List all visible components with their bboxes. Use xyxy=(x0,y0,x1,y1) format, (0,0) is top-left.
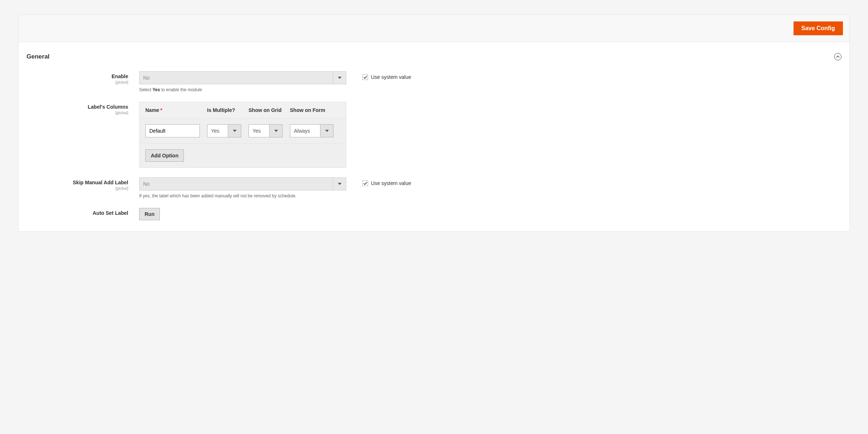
show-on-grid-select[interactable]: Yes xyxy=(249,124,283,137)
skip-manual-label: Skip Manual Add Label xyxy=(73,180,128,185)
enable-note: Select Yes to enable the module xyxy=(139,87,346,92)
row-auto-set: Auto Set Label Run xyxy=(27,208,841,220)
show-on-form-select[interactable]: Always xyxy=(290,124,334,137)
chevron-down-icon[interactable] xyxy=(270,124,283,137)
collapse-icon[interactable] xyxy=(834,53,841,60)
checkbox-checked-icon xyxy=(362,180,368,186)
label-col: Enable [global] xyxy=(27,71,139,84)
label-col: Auto Set Label xyxy=(27,208,139,216)
save-config-button[interactable]: Save Config xyxy=(794,21,843,35)
th-is-multiple: Is Multiple? xyxy=(207,107,241,113)
row-enable: Enable [global] No Select Yes to enable … xyxy=(27,71,841,92)
input-col: Name* Is Multiple? Show on Grid Show on … xyxy=(139,102,346,168)
labels-columns-scope: [global] xyxy=(27,110,128,115)
enable-use-system-checkbox[interactable]: Use system value xyxy=(362,74,411,80)
chevron-down-icon[interactable] xyxy=(228,124,241,137)
enable-label: Enable xyxy=(112,73,128,79)
input-col: No If yes, the label which has been adde… xyxy=(139,177,346,198)
row-skip-manual: Skip Manual Add Label [global] No If yes… xyxy=(27,177,841,198)
th-show-on-grid: Show on Grid xyxy=(249,107,283,113)
input-col: No Select Yes to enable the module xyxy=(139,71,346,92)
is-multiple-select[interactable]: Yes xyxy=(207,124,241,137)
skip-manual-scope: [global] xyxy=(27,186,128,190)
table-footer: Add Option xyxy=(140,143,346,168)
th-name: Name* xyxy=(145,107,200,113)
chevron-down-icon xyxy=(333,71,346,84)
table-header: Name* Is Multiple? Show on Grid Show on … xyxy=(140,102,346,118)
required-asterisk: * xyxy=(160,107,162,113)
th-show-on-form: Show on Form xyxy=(290,107,334,113)
labels-columns-label: Label's Columns xyxy=(88,104,128,110)
panel-header: Save Config xyxy=(19,15,849,42)
enable-select: No xyxy=(139,71,346,84)
skip-manual-select: No xyxy=(139,177,346,190)
auto-set-label: Auto Set Label xyxy=(93,210,128,216)
skip-manual-note: If yes, the label which has been added m… xyxy=(139,193,346,198)
chevron-down-icon[interactable] xyxy=(320,124,334,137)
config-panel: Save Config General Enable [global] No xyxy=(18,15,850,232)
label-col: Skip Manual Add Label [global] xyxy=(27,177,139,190)
form-content: Enable [global] No Select Yes to enable … xyxy=(19,71,849,231)
is-multiple-value: Yes xyxy=(207,124,228,137)
section-header[interactable]: General xyxy=(19,42,849,71)
add-option-button[interactable]: Add Option xyxy=(145,149,184,162)
labels-columns-table: Name* Is Multiple? Show on Grid Show on … xyxy=(139,102,346,168)
input-col: Run xyxy=(139,208,346,220)
skip-manual-use-system-checkbox[interactable]: Use system value xyxy=(362,180,411,186)
enable-scope: [global] xyxy=(27,80,128,84)
run-button[interactable]: Run xyxy=(139,208,160,220)
row-labels-columns: Label's Columns [global] Name* Is Multip… xyxy=(27,102,841,168)
section-title: General xyxy=(27,53,49,60)
skip-manual-value: No xyxy=(139,177,333,190)
name-input[interactable] xyxy=(145,124,200,137)
enable-select-value: No xyxy=(139,71,333,84)
chevron-down-icon xyxy=(333,177,346,190)
use-system-label: Use system value xyxy=(371,180,411,186)
show-on-form-value: Always xyxy=(290,124,320,137)
show-on-grid-value: Yes xyxy=(249,124,270,137)
extra-col: Use system value xyxy=(346,71,411,80)
label-col: Label's Columns [global] xyxy=(27,102,139,115)
table-row: Yes Yes xyxy=(140,118,346,143)
extra-col: Use system value xyxy=(346,177,411,186)
use-system-label: Use system value xyxy=(371,74,411,80)
checkbox-checked-icon xyxy=(362,74,368,80)
